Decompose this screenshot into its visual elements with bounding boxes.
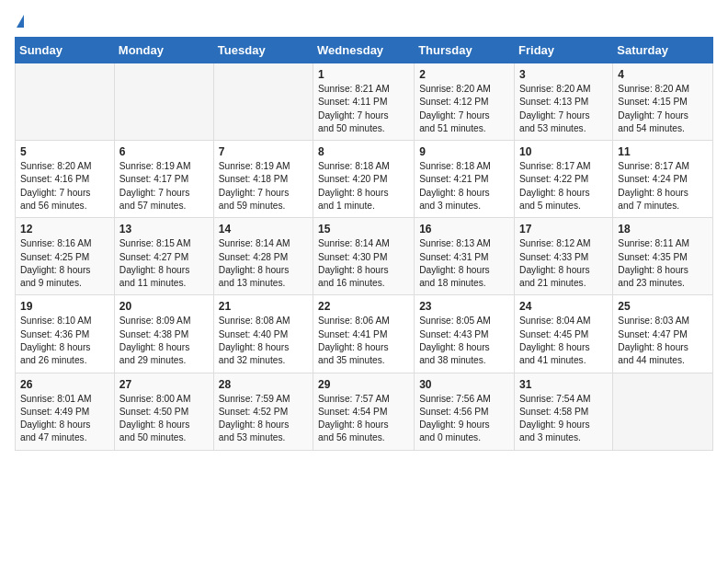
calendar-cell: 6Sunrise: 8:19 AM Sunset: 4:17 PM Daylig… — [114, 141, 213, 218]
calendar-cell: 15Sunrise: 8:14 AM Sunset: 4:30 PM Dayli… — [313, 218, 415, 295]
cell-daylight-info: Sunrise: 8:10 AM Sunset: 4:36 PM Dayligh… — [20, 315, 109, 367]
calendar-cell: 25Sunrise: 8:03 AM Sunset: 4:47 PM Dayli… — [613, 295, 713, 373]
cell-daylight-info: Sunrise: 8:14 AM Sunset: 4:30 PM Dayligh… — [318, 237, 409, 290]
calendar-cell: 29Sunrise: 7:57 AM Sunset: 4:54 PM Dayli… — [313, 373, 415, 450]
calendar-week-row: 5Sunrise: 8:20 AM Sunset: 4:16 PM Daylig… — [16, 141, 713, 218]
day-number: 12 — [20, 223, 109, 236]
calendar-cell: 26Sunrise: 8:01 AM Sunset: 4:49 PM Dayli… — [16, 373, 115, 450]
cell-daylight-info: Sunrise: 8:16 AM Sunset: 4:25 PM Dayligh… — [20, 237, 109, 290]
day-number: 1 — [318, 68, 409, 81]
day-number: 10 — [519, 145, 608, 158]
cell-daylight-info: Sunrise: 8:17 AM Sunset: 4:24 PM Dayligh… — [618, 160, 708, 213]
day-number: 21 — [219, 300, 308, 313]
calendar-cell: 2Sunrise: 8:20 AM Sunset: 4:12 PM Daylig… — [415, 63, 515, 141]
day-of-week-header: Saturday — [613, 38, 713, 63]
cell-daylight-info: Sunrise: 8:14 AM Sunset: 4:28 PM Dayligh… — [219, 237, 308, 290]
day-number: 24 — [519, 300, 608, 313]
day-number: 25 — [618, 300, 708, 313]
cell-daylight-info: Sunrise: 7:57 AM Sunset: 4:54 PM Dayligh… — [318, 393, 409, 445]
day-number: 15 — [318, 223, 409, 236]
calendar-cell: 8Sunrise: 8:18 AM Sunset: 4:20 PM Daylig… — [313, 141, 415, 218]
calendar-header-row: SundayMondayTuesdayWednesdayThursdayFrid… — [16, 38, 713, 63]
cell-daylight-info: Sunrise: 8:04 AM Sunset: 4:45 PM Dayligh… — [519, 315, 608, 367]
day-number: 8 — [318, 145, 409, 158]
day-number: 4 — [618, 68, 708, 81]
calendar-cell: 10Sunrise: 8:17 AM Sunset: 4:22 PM Dayli… — [515, 141, 613, 218]
cell-daylight-info: Sunrise: 8:21 AM Sunset: 4:11 PM Dayligh… — [318, 83, 409, 135]
day-number: 22 — [318, 300, 409, 313]
day-number: 27 — [119, 378, 209, 391]
calendar-cell: 22Sunrise: 8:06 AM Sunset: 4:41 PM Dayli… — [313, 295, 415, 373]
page-header — [15, 15, 713, 28]
day-number: 18 — [618, 223, 708, 236]
calendar-cell: 30Sunrise: 7:56 AM Sunset: 4:56 PM Dayli… — [415, 373, 515, 450]
day-number: 13 — [119, 223, 209, 236]
cell-daylight-info: Sunrise: 8:15 AM Sunset: 4:27 PM Dayligh… — [119, 237, 209, 290]
day-number: 23 — [419, 300, 509, 313]
day-number: 26 — [20, 378, 109, 391]
day-number: 31 — [519, 378, 608, 391]
calendar-cell: 9Sunrise: 8:18 AM Sunset: 4:21 PM Daylig… — [415, 141, 515, 218]
cell-daylight-info: Sunrise: 8:01 AM Sunset: 4:49 PM Dayligh… — [20, 393, 109, 445]
cell-daylight-info: Sunrise: 7:54 AM Sunset: 4:58 PM Dayligh… — [519, 393, 608, 445]
calendar-cell — [16, 63, 115, 141]
cell-daylight-info: Sunrise: 8:18 AM Sunset: 4:21 PM Dayligh… — [419, 160, 509, 213]
calendar-week-row: 19Sunrise: 8:10 AM Sunset: 4:36 PM Dayli… — [16, 295, 713, 373]
cell-daylight-info: Sunrise: 8:13 AM Sunset: 4:31 PM Dayligh… — [419, 237, 509, 290]
day-number: 5 — [20, 145, 109, 158]
logo-triangle-icon — [17, 15, 24, 28]
day-of-week-header: Sunday — [16, 38, 115, 63]
day-number: 28 — [219, 378, 308, 391]
day-number: 6 — [119, 145, 209, 158]
cell-daylight-info: Sunrise: 8:08 AM Sunset: 4:40 PM Dayligh… — [219, 315, 308, 367]
day-number: 29 — [318, 378, 409, 391]
day-number: 7 — [219, 145, 308, 158]
calendar-cell: 16Sunrise: 8:13 AM Sunset: 4:31 PM Dayli… — [415, 218, 515, 295]
calendar-cell: 21Sunrise: 8:08 AM Sunset: 4:40 PM Dayli… — [213, 295, 313, 373]
calendar-week-row: 12Sunrise: 8:16 AM Sunset: 4:25 PM Dayli… — [16, 218, 713, 295]
cell-daylight-info: Sunrise: 8:11 AM Sunset: 4:35 PM Dayligh… — [618, 237, 708, 290]
calendar-cell: 12Sunrise: 8:16 AM Sunset: 4:25 PM Dayli… — [16, 218, 115, 295]
cell-daylight-info: Sunrise: 8:20 AM Sunset: 4:13 PM Dayligh… — [519, 83, 608, 135]
calendar-cell: 27Sunrise: 8:00 AM Sunset: 4:50 PM Dayli… — [114, 373, 213, 450]
calendar-cell: 31Sunrise: 7:54 AM Sunset: 4:58 PM Dayli… — [515, 373, 613, 450]
day-of-week-header: Monday — [114, 38, 213, 63]
calendar-cell: 28Sunrise: 7:59 AM Sunset: 4:52 PM Dayli… — [213, 373, 313, 450]
day-number: 30 — [419, 378, 509, 391]
day-of-week-header: Thursday — [415, 38, 515, 63]
cell-daylight-info: Sunrise: 8:00 AM Sunset: 4:50 PM Dayligh… — [119, 393, 209, 445]
calendar-week-row: 26Sunrise: 8:01 AM Sunset: 4:49 PM Dayli… — [16, 373, 713, 450]
day-number: 9 — [419, 145, 509, 158]
day-of-week-header: Wednesday — [313, 38, 415, 63]
day-number: 16 — [419, 223, 509, 236]
cell-daylight-info: Sunrise: 8:20 AM Sunset: 4:15 PM Dayligh… — [618, 83, 708, 135]
day-number: 17 — [519, 223, 608, 236]
cell-daylight-info: Sunrise: 7:59 AM Sunset: 4:52 PM Dayligh… — [219, 393, 308, 445]
cell-daylight-info: Sunrise: 8:03 AM Sunset: 4:47 PM Dayligh… — [618, 315, 708, 367]
calendar-cell: 11Sunrise: 8:17 AM Sunset: 4:24 PM Dayli… — [613, 141, 713, 218]
calendar-week-row: 1Sunrise: 8:21 AM Sunset: 4:11 PM Daylig… — [16, 63, 713, 141]
day-number: 19 — [20, 300, 109, 313]
calendar-cell: 1Sunrise: 8:21 AM Sunset: 4:11 PM Daylig… — [313, 63, 415, 141]
calendar-cell: 23Sunrise: 8:05 AM Sunset: 4:43 PM Dayli… — [415, 295, 515, 373]
calendar-cell — [613, 373, 713, 450]
cell-daylight-info: Sunrise: 8:18 AM Sunset: 4:20 PM Dayligh… — [318, 160, 409, 213]
calendar-cell: 20Sunrise: 8:09 AM Sunset: 4:38 PM Dayli… — [114, 295, 213, 373]
day-of-week-header: Tuesday — [213, 38, 313, 63]
calendar-cell: 3Sunrise: 8:20 AM Sunset: 4:13 PM Daylig… — [515, 63, 613, 141]
cell-daylight-info: Sunrise: 8:06 AM Sunset: 4:41 PM Dayligh… — [318, 315, 409, 367]
cell-daylight-info: Sunrise: 8:09 AM Sunset: 4:38 PM Dayligh… — [119, 315, 209, 367]
calendar-cell: 18Sunrise: 8:11 AM Sunset: 4:35 PM Dayli… — [613, 218, 713, 295]
calendar-cell: 14Sunrise: 8:14 AM Sunset: 4:28 PM Dayli… — [213, 218, 313, 295]
calendar-cell: 7Sunrise: 8:19 AM Sunset: 4:18 PM Daylig… — [213, 141, 313, 218]
calendar-cell: 13Sunrise: 8:15 AM Sunset: 4:27 PM Dayli… — [114, 218, 213, 295]
cell-daylight-info: Sunrise: 7:56 AM Sunset: 4:56 PM Dayligh… — [419, 393, 509, 445]
day-number: 3 — [519, 68, 608, 81]
calendar-cell: 17Sunrise: 8:12 AM Sunset: 4:33 PM Dayli… — [515, 218, 613, 295]
calendar-cell: 19Sunrise: 8:10 AM Sunset: 4:36 PM Dayli… — [16, 295, 115, 373]
calendar-cell: 24Sunrise: 8:04 AM Sunset: 4:45 PM Dayli… — [515, 295, 613, 373]
day-number: 14 — [219, 223, 308, 236]
cell-daylight-info: Sunrise: 8:17 AM Sunset: 4:22 PM Dayligh… — [519, 160, 608, 213]
day-number: 20 — [119, 300, 209, 313]
cell-daylight-info: Sunrise: 8:19 AM Sunset: 4:18 PM Dayligh… — [219, 160, 308, 213]
